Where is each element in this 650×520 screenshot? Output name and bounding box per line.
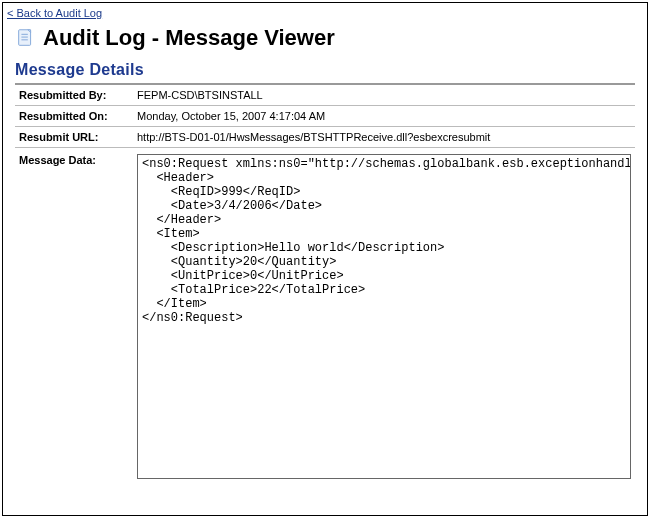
document-icon [15, 27, 37, 49]
value-resubmitted-on: Monday, October 15, 2007 4:17:04 AM [133, 106, 635, 127]
label-resubmitted-by: Resubmitted By: [15, 85, 133, 106]
label-resubmit-url: Resubmit URL: [15, 127, 133, 148]
svg-rect-0 [19, 30, 31, 46]
label-resubmitted-on: Resubmitted On: [15, 106, 133, 127]
details-table: Resubmitted By: FEPM-CSD\BTSINSTALL Resu… [15, 85, 635, 485]
message-data-cell [133, 148, 635, 486]
row-resubmitted-on: Resubmitted On: Monday, October 15, 2007… [15, 106, 635, 127]
page-title: Audit Log - Message Viewer [43, 25, 335, 51]
row-message-data: Message Data: [15, 148, 635, 486]
page-container: < Back to Audit Log Audit Log - Message … [2, 2, 648, 516]
value-resubmitted-by: FEPM-CSD\BTSINSTALL [133, 85, 635, 106]
back-to-audit-log-link[interactable]: < Back to Audit Log [7, 7, 102, 19]
section-title: Message Details [15, 61, 635, 79]
message-data-textarea[interactable] [137, 154, 631, 479]
value-resubmit-url: http://BTS-D01-01/HwsMessages/BTSHTTPRec… [133, 127, 635, 148]
label-message-data: Message Data: [15, 148, 133, 486]
title-row: Audit Log - Message Viewer [15, 25, 635, 51]
row-resubmitted-by: Resubmitted By: FEPM-CSD\BTSINSTALL [15, 85, 635, 106]
row-resubmit-url: Resubmit URL: http://BTS-D01-01/HwsMessa… [15, 127, 635, 148]
